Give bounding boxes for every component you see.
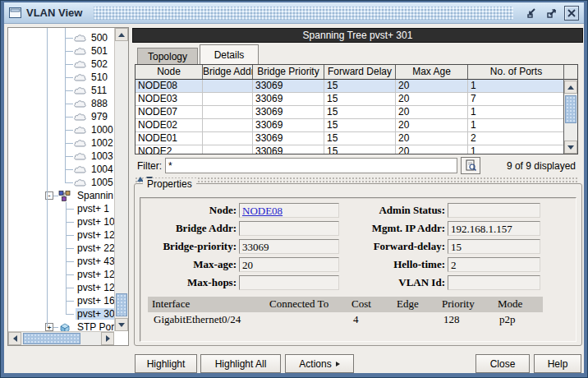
table-row[interactable]: NODE083306915201 bbox=[136, 80, 577, 93]
column-header[interactable]: Forward Delay bbox=[324, 65, 396, 79]
actions-menu-button[interactable]: Actions bbox=[285, 354, 354, 373]
tree-item-label: 1003 bbox=[90, 150, 114, 162]
cloud-icon bbox=[73, 164, 87, 174]
table-scroll-up-icon[interactable] bbox=[564, 81, 577, 94]
interface-column-header: Interface bbox=[148, 297, 265, 312]
panel-header: Spanning Tree pvst+ 301 bbox=[132, 28, 583, 43]
property-value-field[interactable]: 15 bbox=[448, 239, 540, 254]
tree-item-pvst[interactable]: pvst+ 16 bbox=[9, 294, 114, 307]
tree-item-stp-port[interactable]: +STP Por bbox=[9, 320, 114, 331]
tree-item-pvst[interactable]: pvst+ 43 bbox=[9, 255, 114, 268]
tree-horizontal-scrollbar[interactable] bbox=[8, 331, 114, 345]
tree-scroll-down-icon[interactable] bbox=[115, 318, 128, 331]
table-cell: 33069 bbox=[253, 119, 324, 131]
tree-scroll-left-icon[interactable] bbox=[8, 332, 21, 345]
tree-item-label: 511 bbox=[90, 85, 108, 96]
tree-item-pvst[interactable]: pvst+ 1 bbox=[9, 202, 114, 215]
tree-item-vlan[interactable]: 510 bbox=[9, 71, 114, 84]
table-cell bbox=[203, 80, 253, 92]
table-cell: 15 bbox=[324, 145, 396, 154]
table-cell bbox=[203, 132, 253, 145]
interface-cell: GigabitEthernet0/24 bbox=[148, 312, 265, 328]
nodes-table-scrollbar[interactable] bbox=[563, 65, 577, 154]
filter-search-button[interactable] bbox=[461, 157, 480, 174]
interface-column-header: Mode bbox=[494, 297, 543, 312]
tree-item-vlan[interactable]: 1005 bbox=[9, 176, 114, 189]
interface-table-header: InterfaceConnected ToCostEdgePriorityMod… bbox=[148, 297, 543, 312]
window-titlebar[interactable]: VLAN View bbox=[4, 2, 584, 24]
tree-item-pvst[interactable]: pvst+ 12 bbox=[9, 268, 114, 281]
property-value-field[interactable] bbox=[448, 203, 540, 218]
tree-item-label: Spannin bbox=[76, 190, 114, 201]
table-cell: NODE08 bbox=[136, 80, 203, 92]
table-scroll-down-icon[interactable] bbox=[564, 141, 577, 154]
tree-item-pvst[interactable]: pvst+ 30 bbox=[9, 307, 114, 320]
table-cell: 33069 bbox=[253, 80, 324, 92]
properties-form: InterfaceConnected ToCostEdgePriorityMod… bbox=[140, 197, 577, 342]
tree-vertical-scrollbar[interactable] bbox=[114, 28, 128, 331]
tree-item-pvst[interactable]: pvst+ 12 bbox=[9, 281, 114, 294]
table-row[interactable]: NODE23306915201 bbox=[136, 145, 577, 154]
property-value-field[interactable]: 192.168.1.157 bbox=[448, 221, 540, 236]
column-header[interactable]: Bridge Addr bbox=[203, 65, 253, 79]
tree-hscroll-thumb[interactable] bbox=[23, 333, 80, 344]
tree-scroll-up-icon[interactable] bbox=[115, 28, 128, 41]
cloud-icon bbox=[73, 72, 87, 82]
table-vscroll-thumb[interactable] bbox=[565, 95, 577, 123]
column-header[interactable]: Max Age bbox=[396, 65, 468, 79]
tree-item-vlan[interactable]: 1000 bbox=[9, 123, 114, 136]
tree-item-label: pvst+ 22 bbox=[76, 242, 114, 254]
column-header[interactable]: Bridge Priority bbox=[253, 65, 324, 79]
tree-item-vlan[interactable]: 501 bbox=[9, 44, 114, 58]
tree-vscroll-thumb[interactable] bbox=[116, 293, 127, 316]
column-header[interactable]: Node bbox=[136, 65, 203, 79]
tree-item-vlan[interactable]: 1004 bbox=[9, 163, 114, 176]
property-value-field[interactable]: 2 bbox=[448, 257, 540, 272]
tree-item-label: pvst+ 1 bbox=[76, 203, 111, 214]
property-row-right: Admin Status: bbox=[140, 203, 576, 218]
tree-item-label: 510 bbox=[90, 71, 109, 83]
cloud-icon bbox=[73, 59, 87, 69]
minimize-icon[interactable] bbox=[525, 6, 540, 21]
tree-item-vlan[interactable]: 1002 bbox=[9, 136, 114, 150]
close-icon[interactable] bbox=[564, 6, 579, 21]
tree-scroll-right-icon[interactable] bbox=[101, 332, 114, 345]
splitter-handle[interactable] bbox=[135, 177, 578, 182]
column-header[interactable]: No. of Ports bbox=[468, 65, 565, 79]
table-row[interactable]: NODE023306915201 bbox=[136, 119, 577, 132]
highlight-all-button[interactable]: Highlight All bbox=[200, 354, 281, 373]
tree-item-pvst[interactable]: pvst+ 10 bbox=[9, 215, 114, 228]
properties-group: Properties InterfaceConnected ToCostEdge… bbox=[134, 183, 582, 346]
cloud-icon bbox=[73, 112, 87, 122]
vlan-tree: 5005015025105118889791000100210031004100… bbox=[9, 28, 114, 331]
table-row[interactable]: NODE033306915207 bbox=[136, 93, 577, 106]
table-cell: 1 bbox=[468, 80, 565, 92]
help-button[interactable]: Help bbox=[534, 354, 581, 373]
table-cell bbox=[203, 119, 253, 131]
close-button[interactable]: Close bbox=[475, 354, 530, 373]
window-title: VLAN View bbox=[26, 7, 82, 19]
maximize-icon[interactable] bbox=[544, 6, 559, 21]
table-cell bbox=[203, 93, 253, 105]
table-row[interactable]: NODE013306915202 bbox=[136, 132, 577, 145]
tree-item-vlan[interactable]: 979 bbox=[9, 110, 114, 123]
tree-item-vlan[interactable]: 1003 bbox=[9, 150, 114, 163]
tree-item-vlan[interactable]: 888 bbox=[9, 97, 114, 110]
tree-item-vlan[interactable]: 500 bbox=[9, 31, 114, 44]
tree-item-spanning[interactable]: -Spannin bbox=[9, 189, 114, 202]
properties-title: Properties bbox=[143, 178, 196, 190]
interface-row[interactable]: GigabitEthernet0/244128p2p bbox=[148, 312, 543, 328]
property-value-field[interactable] bbox=[448, 275, 540, 290]
interface-column-header: Edge bbox=[393, 297, 438, 312]
tree-item-pvst[interactable]: pvst+ 12 bbox=[9, 228, 114, 242]
table-row[interactable]: NODE073306915201 bbox=[136, 106, 577, 119]
tab-details[interactable]: Details bbox=[200, 44, 259, 64]
table-cell bbox=[203, 145, 253, 154]
tree-item-vlan[interactable]: 511 bbox=[9, 84, 114, 97]
tree-item-vlan[interactable]: 502 bbox=[9, 58, 114, 71]
filter-input[interactable] bbox=[165, 158, 457, 173]
tab-topology[interactable]: Topology bbox=[137, 48, 198, 64]
highlight-button[interactable]: Highlight bbox=[135, 354, 197, 373]
property-label: Admin Status: bbox=[342, 204, 445, 217]
tree-item-pvst[interactable]: pvst+ 22 bbox=[9, 242, 114, 255]
